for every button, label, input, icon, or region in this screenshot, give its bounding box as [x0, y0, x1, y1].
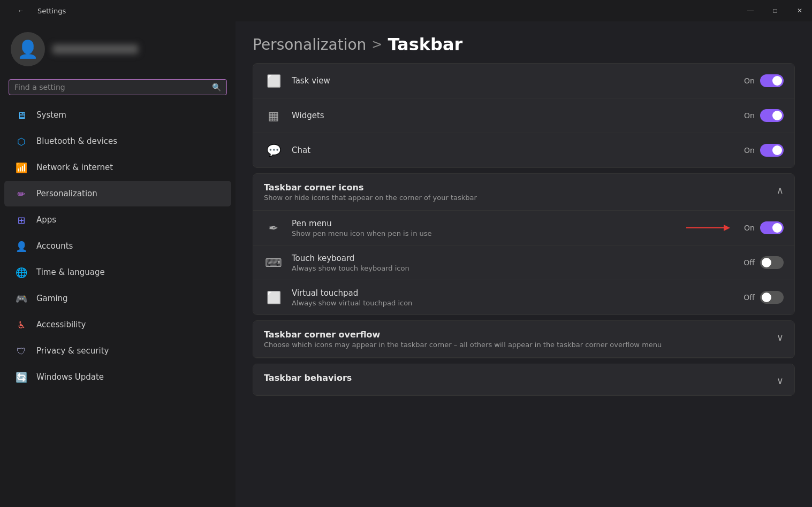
accounts-icon: 👤	[15, 240, 28, 252]
setting-task-view: ⬜ Task view On	[253, 64, 794, 98]
corner-icons-header-text: Taskbar corner icons Show or hide icons …	[264, 182, 477, 202]
behaviors-group: Taskbar behaviors ∨	[253, 364, 795, 396]
touch-keyboard-right: Off	[743, 256, 784, 269]
virtual-touchpad-thumb	[762, 293, 771, 302]
settings-list: ⬜ Task view On ▦ Widgets On 💬 Chat On	[236, 63, 812, 507]
chat-label: Chat	[292, 145, 735, 155]
sidebar-item-accounts[interactable]: 👤 Accounts	[4, 233, 231, 259]
profile-section: 👤	[0, 21, 236, 75]
breadcrumb: Personalization > Taskbar	[253, 34, 795, 55]
task-view-label: Task view	[292, 76, 735, 86]
titlebar-title: Settings	[37, 7, 66, 15]
search-input[interactable]	[14, 83, 208, 91]
corner-overflow-chevron: ∨	[777, 332, 784, 343]
chat-toggle[interactable]	[760, 144, 784, 157]
sidebar-label-bluetooth: Bluetooth & devices	[36, 136, 117, 146]
bluetooth-icon: ⬡	[15, 135, 28, 148]
sidebar-item-system[interactable]: 🖥 System	[4, 102, 231, 128]
sidebar-label-network: Network & internet	[36, 163, 113, 172]
behaviors-header[interactable]: Taskbar behaviors ∨	[253, 364, 794, 395]
chat-icon: 💬	[264, 141, 283, 160]
sidebar-item-time[interactable]: 🌐 Time & language	[4, 259, 231, 285]
task-view-thumb	[772, 76, 782, 86]
sidebar-label-update: Windows Update	[36, 372, 104, 382]
top-toggles-group: ⬜ Task view On ▦ Widgets On 💬 Chat On	[253, 63, 795, 168]
sidebar-item-network[interactable]: 📶 Network & internet	[4, 155, 231, 180]
titlebar: ← Settings — □ ✕	[0, 0, 812, 21]
maximize-button[interactable]: □	[763, 0, 787, 21]
widgets-text: Widgets	[292, 111, 735, 120]
corner-icons-group: Taskbar corner icons Show or hide icons …	[253, 173, 795, 315]
pen-menu-right: On	[744, 221, 784, 234]
sidebar-item-bluetooth[interactable]: ⬡ Bluetooth & devices	[4, 128, 231, 154]
accessibility-icon: ♿	[15, 318, 28, 331]
corner-overflow-header-text: Taskbar corner overflow Choose which ico…	[264, 329, 662, 349]
sidebar-label-personalization: Personalization	[36, 189, 97, 198]
task-view-toggle[interactable]	[760, 74, 784, 87]
task-view-icon: ⬜	[264, 71, 283, 90]
sidebar-item-apps[interactable]: ⊞ Apps	[4, 207, 231, 233]
behaviors-chevron: ∨	[777, 375, 784, 386]
arrow-line	[686, 227, 724, 228]
pen-menu-thumb	[772, 223, 782, 233]
pen-menu-icon: ✒	[264, 218, 283, 237]
close-button[interactable]: ✕	[787, 0, 812, 21]
setting-touch-keyboard: ⌨ Touch keyboard Always show touch keybo…	[253, 245, 794, 280]
main-content: Personalization > Taskbar ⬜ Task view On…	[236, 21, 812, 507]
search-container: 🔍	[0, 75, 236, 102]
breadcrumb-current: Taskbar	[388, 34, 462, 55]
corner-icons-desc: Show or hide icons that appear on the co…	[264, 194, 477, 202]
corner-overflow-desc: Choose which icons may appear in the tas…	[264, 341, 662, 349]
pen-menu-toggle[interactable]	[760, 221, 784, 234]
pen-menu-text: Pen menu Show pen menu icon when pen is …	[292, 219, 735, 237]
task-view-state: On	[744, 76, 755, 85]
username-display	[52, 44, 138, 54]
personalization-icon: ✏	[15, 187, 28, 200]
corner-icons-title: Taskbar corner icons	[264, 182, 477, 193]
sidebar-item-accessibility[interactable]: ♿ Accessibility	[4, 312, 231, 337]
setting-pen-menu: ✒ Pen menu Show pen menu icon when pen i…	[253, 211, 794, 245]
corner-overflow-title: Taskbar corner overflow	[264, 329, 662, 340]
sidebar-label-gaming: Gaming	[36, 294, 68, 303]
breadcrumb-separator: >	[371, 37, 382, 52]
touch-keyboard-text: Touch keyboard Always show touch keyboar…	[292, 253, 735, 272]
breadcrumb-area: Personalization > Taskbar	[236, 21, 812, 63]
sidebar-label-accessibility: Accessibility	[36, 320, 86, 329]
corner-overflow-header[interactable]: Taskbar corner overflow Choose which ico…	[253, 321, 794, 358]
setting-chat: 💬 Chat On	[253, 133, 794, 167]
virtual-touchpad-toggle[interactable]	[760, 291, 784, 304]
sidebar-item-gaming[interactable]: 🎮 Gaming	[4, 286, 231, 311]
setting-widgets: ▦ Widgets On	[253, 98, 794, 133]
sidebar-label-time: Time & language	[36, 267, 105, 277]
touch-keyboard-desc: Always show touch keyboard icon	[292, 264, 735, 272]
behaviors-header-text: Taskbar behaviors	[264, 373, 352, 383]
sidebar-item-update[interactable]: 🔄 Windows Update	[4, 364, 231, 390]
task-view-right: On	[744, 74, 784, 87]
corner-icons-header[interactable]: Taskbar corner icons Show or hide icons …	[253, 174, 794, 211]
widgets-toggle[interactable]	[760, 109, 784, 122]
virtual-touchpad-label: Virtual touchpad	[292, 288, 735, 298]
chat-state: On	[744, 146, 755, 155]
chat-thumb	[772, 145, 782, 155]
chat-right: On	[744, 144, 784, 157]
sidebar-label-accounts: Accounts	[36, 241, 73, 251]
corner-icons-chevron: ∧	[777, 185, 784, 196]
touch-keyboard-toggle[interactable]	[760, 256, 784, 269]
network-icon: 📶	[15, 161, 28, 174]
system-icon: 🖥	[15, 109, 28, 121]
sidebar-nav: 🖥 System ⬡ Bluetooth & devices 📶 Network…	[0, 102, 236, 390]
search-box[interactable]: 🔍	[9, 79, 227, 95]
sidebar: 👤 🔍 🖥 System ⬡ Bluetooth & devices 📶 Net…	[0, 21, 236, 507]
virtual-touchpad-icon: ⬜	[264, 288, 283, 307]
update-icon: 🔄	[15, 371, 28, 383]
sidebar-item-privacy[interactable]: 🛡 Privacy & security	[4, 338, 231, 364]
breadcrumb-parent: Personalization	[253, 36, 366, 53]
minimize-button[interactable]: —	[738, 0, 763, 21]
sidebar-label-privacy: Privacy & security	[36, 346, 109, 356]
search-icon: 🔍	[212, 83, 221, 91]
sidebar-item-personalization[interactable]: ✏ Personalization	[4, 181, 231, 206]
back-button[interactable]: ←	[9, 0, 33, 21]
back-icon: ←	[18, 7, 24, 14]
user-icon: 👤	[17, 39, 39, 59]
pen-menu-state: On	[744, 224, 755, 232]
